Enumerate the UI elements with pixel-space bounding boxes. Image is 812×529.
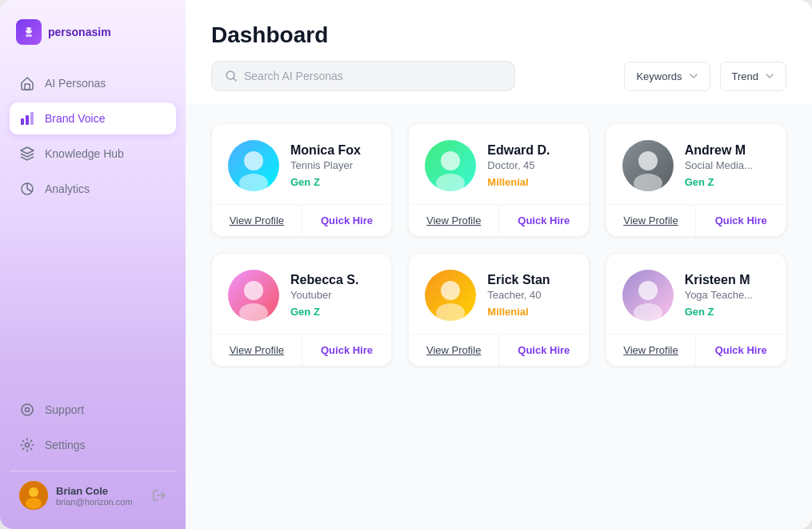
view-profile-button-erick-stan[interactable]: View Profile	[409, 335, 499, 366]
svg-point-25	[436, 303, 465, 321]
svg-point-13	[29, 487, 38, 497]
card-top-edward-d: Edward D. Doctor, 45 Millenial	[409, 124, 588, 204]
pie-icon	[19, 181, 35, 197]
search-input[interactable]	[244, 70, 502, 82]
user-avatar	[19, 481, 48, 510]
persona-info-edward-d: Edward D. Doctor, 45 Millenial	[487, 143, 550, 188]
main-header: Dashboard Keywords Trend	[186, 0, 812, 104]
persona-info-monica-fox: Monica Fox Tennis Player Gen Z	[290, 143, 361, 188]
quick-hire-button-andrew-m[interactable]: Quick Hire	[696, 205, 786, 236]
layers-icon	[19, 146, 35, 162]
quick-hire-button-kristeen-m[interactable]: Quick Hire	[696, 335, 786, 366]
search-icon	[225, 70, 238, 82]
persona-card-monica-fox: Monica Fox Tennis Player Gen Z View Prof…	[211, 123, 392, 237]
sidebar-item-brand-voice[interactable]: Brand Voice	[10, 102, 176, 134]
gear-icon	[19, 437, 35, 453]
persona-name-kristeen-m: Kristeen M	[685, 273, 753, 287]
sidebar-label-ai-personas: AI Personas	[45, 77, 106, 90]
chart-icon	[19, 110, 35, 126]
sidebar-logo: personasim	[0, 0, 186, 61]
persona-generation-rebecca-s: Gen Z	[290, 306, 358, 318]
sidebar-label-support: Support	[45, 403, 84, 416]
persona-generation-andrew-m: Gen Z	[685, 176, 753, 188]
keywords-filter[interactable]: Keywords	[624, 62, 710, 91]
card-bottom-erick-stan: View Profile Quick Hire	[409, 334, 588, 366]
support-icon	[19, 402, 35, 418]
persona-avatar-edward-d	[425, 140, 476, 191]
card-top-rebecca-s: Rebecca S. Youtuber Gen Z	[212, 254, 391, 334]
persona-role-andrew-m: Social Media...	[685, 159, 753, 171]
persona-info-rebecca-s: Rebecca S. Youtuber Gen Z	[290, 273, 358, 318]
user-info: Brian Cole brian@horizon.com	[56, 485, 144, 507]
sidebar-item-settings[interactable]: Settings	[10, 429, 176, 461]
sidebar-item-analytics[interactable]: Analytics	[10, 173, 176, 205]
search-bar: Keywords Trend	[211, 61, 786, 91]
persona-info-erick-stan: Erick Stan Teacher, 40 Millenial	[487, 273, 550, 318]
svg-point-24	[441, 281, 460, 300]
svg-point-19	[436, 174, 465, 191]
persona-name-rebecca-s: Rebecca S.	[290, 273, 358, 287]
svg-point-26	[638, 281, 658, 300]
svg-point-14	[26, 498, 42, 509]
svg-point-9	[22, 404, 33, 415]
sidebar-item-ai-personas[interactable]: AI Personas	[10, 67, 176, 99]
persona-card-andrew-m: Andrew M Social Media... Gen Z View Prof…	[606, 123, 786, 237]
sidebar-label-analytics: Analytics	[45, 182, 90, 195]
svg-point-18	[441, 151, 460, 170]
persona-role-rebecca-s: Youtuber	[290, 289, 358, 301]
persona-role-monica-fox: Tennis Player	[290, 159, 361, 171]
persona-info-andrew-m: Andrew M Social Media... Gen Z	[685, 143, 753, 188]
view-profile-button-monica-fox[interactable]: View Profile	[212, 205, 302, 236]
persona-card-kristeen-m: Kristeen M Yoga Teache... Gen Z View Pro…	[606, 253, 786, 367]
svg-point-21	[634, 174, 662, 191]
card-top-kristeen-m: Kristeen M Yoga Teache... Gen Z	[606, 254, 786, 334]
svg-rect-4	[25, 84, 30, 90]
search-input-wrap	[211, 61, 515, 91]
logout-button[interactable]	[152, 488, 166, 503]
sidebar-label-knowledge-hub: Knowledge Hub	[45, 147, 124, 160]
view-profile-button-kristeen-m[interactable]: View Profile	[606, 335, 697, 366]
card-bottom-kristeen-m: View Profile Quick Hire	[606, 334, 786, 366]
sidebar-item-support[interactable]: Support	[10, 394, 176, 426]
personas-grid: Monica Fox Tennis Player Gen Z View Prof…	[211, 123, 786, 367]
svg-rect-6	[26, 115, 29, 125]
view-profile-button-andrew-m[interactable]: View Profile	[606, 205, 697, 236]
persona-generation-edward-d: Millenial	[487, 176, 550, 188]
svg-point-16	[244, 151, 263, 170]
svg-point-11	[26, 443, 30, 447]
card-bottom-andrew-m: View Profile Quick Hire	[606, 204, 786, 236]
card-top-monica-fox: Monica Fox Tennis Player Gen Z	[212, 124, 391, 204]
persona-role-kristeen-m: Yoga Teache...	[685, 289, 753, 301]
view-profile-button-edward-d[interactable]: View Profile	[409, 205, 499, 236]
sidebar-item-knowledge-hub[interactable]: Knowledge Hub	[10, 138, 176, 170]
quick-hire-button-edward-d[interactable]: Quick Hire	[499, 205, 589, 236]
svg-rect-1	[26, 34, 32, 37]
svg-point-22	[244, 281, 263, 300]
persona-name-edward-d: Edward D.	[487, 143, 550, 158]
svg-point-2	[26, 29, 27, 30]
view-profile-button-rebecca-s[interactable]: View Profile	[212, 335, 302, 366]
trend-filter[interactable]: Trend	[720, 62, 786, 91]
svg-point-23	[239, 303, 268, 321]
persona-name-andrew-m: Andrew M	[685, 143, 753, 158]
quick-hire-button-erick-stan[interactable]: Quick Hire	[499, 335, 589, 366]
card-bottom-rebecca-s: View Profile Quick Hire	[212, 334, 391, 366]
persona-role-erick-stan: Teacher, 40	[487, 289, 550, 301]
svg-rect-5	[21, 118, 24, 125]
persona-avatar-andrew-m	[622, 140, 674, 191]
page-title: Dashboard	[211, 22, 786, 48]
quick-hire-button-rebecca-s[interactable]: Quick Hire	[302, 335, 392, 366]
logo-icon	[16, 19, 42, 45]
keywords-label: Keywords	[636, 70, 682, 82]
persona-name-erick-stan: Erick Stan	[487, 273, 550, 287]
card-bottom-monica-fox: View Profile Quick Hire	[212, 204, 391, 236]
home-icon	[19, 75, 35, 91]
persona-card-erick-stan: Erick Stan Teacher, 40 Millenial View Pr…	[408, 253, 589, 367]
svg-point-10	[26, 408, 30, 412]
card-bottom-edward-d: View Profile Quick Hire	[409, 204, 588, 236]
card-top-erick-stan: Erick Stan Teacher, 40 Millenial	[409, 254, 588, 334]
quick-hire-button-monica-fox[interactable]: Quick Hire	[302, 205, 392, 236]
persona-avatar-rebecca-s	[228, 270, 279, 321]
card-top-andrew-m: Andrew M Social Media... Gen Z	[606, 124, 786, 204]
main-content: Dashboard Keywords Trend	[186, 0, 812, 529]
